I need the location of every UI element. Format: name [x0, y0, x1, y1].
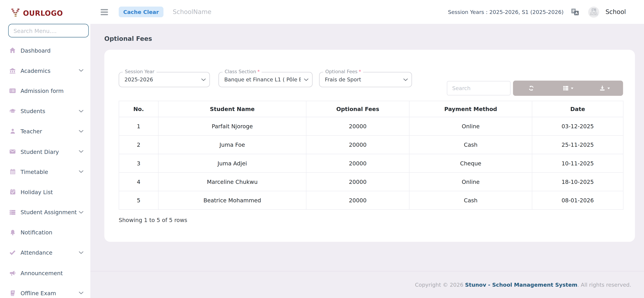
brand-link[interactable]: Stunov - School Management System — [465, 281, 577, 287]
optional-fees-table: No. Student Name Optional Fees Payment M… — [119, 101, 624, 210]
chevron-down-icon — [79, 251, 83, 254]
cell: Juma Adjei — [158, 154, 306, 173]
sidebar-item-academics[interactable]: Academics — [0, 61, 90, 81]
chevron-down-icon — [79, 170, 83, 173]
download-icon — [600, 85, 606, 91]
sidebar-item-attendance[interactable]: Attendance — [0, 243, 90, 263]
col-header-student-name: Student Name — [158, 101, 306, 117]
sidebar-item-student-assignment[interactable]: Student Assignment — [0, 202, 90, 222]
chevron-down-icon — [79, 292, 83, 295]
cell: 20000 — [306, 117, 409, 135]
optional-fees-value: Frais de Sport — [325, 77, 361, 83]
topbar: Cache Clear SchoolName Session Years : 2… — [90, 0, 644, 24]
optional-fees-label: Optional Fees* — [323, 69, 363, 74]
app-window: OURLOGO Dashboard Academics — [0, 0, 644, 298]
sidebar-item-admission-form[interactable]: Admission form — [0, 81, 90, 101]
caret-down-icon — [571, 87, 573, 89]
chevron-down-icon — [79, 150, 83, 153]
cell: Juma Foe — [158, 136, 306, 154]
cell: 20000 — [306, 191, 409, 209]
footer: Copyright © 2026 Stunov - School Managem… — [90, 271, 644, 298]
sidebar-item-students[interactable]: Students — [0, 101, 90, 121]
session-year-label: Session Year — [123, 69, 156, 74]
check-icon — [9, 249, 16, 256]
cell: 18-10-2025 — [532, 173, 623, 191]
col-header-payment-method: Payment Method — [409, 101, 532, 117]
refresh-icon — [528, 85, 534, 91]
cell: 10-11-2025 — [532, 154, 623, 173]
sidebar-item-student-diary[interactable]: Student Diary — [0, 142, 90, 162]
pagination-summary: Showing 1 to 5 of 5 rows — [119, 217, 623, 223]
cell: 20000 — [306, 173, 409, 191]
svg-text:A: A — [575, 11, 578, 15]
session-year-value: 2025-2026 — [124, 77, 153, 83]
cell: 3 — [119, 154, 158, 173]
class-section-label: Class Section* — [222, 69, 262, 74]
cell: Parfait Njoroge — [158, 117, 306, 135]
chevron-down-icon — [201, 78, 206, 81]
sidebar-item-holiday-list[interactable]: Holiday List — [0, 182, 90, 202]
sidebar-item-teacher[interactable]: Teacher — [0, 121, 90, 142]
megaphone-icon — [9, 269, 16, 276]
col-header-optional-fees: Optional Fees — [306, 101, 409, 117]
table-header-row: No. Student Name Optional Fees Payment M… — [119, 101, 623, 117]
class-section-value: Banque et Finance L1 ( Pôle Business ) — [224, 77, 300, 83]
sidebar-item-announcement[interactable]: Announcement — [0, 263, 90, 283]
avatar[interactable]: NO IMAGE AVAILABLE — [588, 7, 600, 18]
refresh-button[interactable] — [513, 81, 550, 96]
cell: Marceline Chukwu — [158, 173, 306, 191]
sidebar-search-input[interactable] — [8, 24, 88, 38]
sidebar-item-notification[interactable]: Notification — [0, 222, 90, 243]
cell: 25-11-2025 — [532, 136, 623, 154]
cell: Online — [409, 117, 532, 135]
export-button[interactable] — [586, 81, 623, 96]
sidebar-item-dashboard[interactable]: Dashboard — [0, 40, 90, 61]
cell: 20000 — [306, 154, 409, 173]
envelope-icon — [9, 148, 16, 155]
columns-button[interactable] — [550, 81, 586, 96]
profile-name[interactable]: School — [606, 8, 626, 16]
cell: Cash — [409, 191, 532, 209]
translate-icon[interactable]: A — [571, 8, 579, 16]
cell: Cash — [409, 136, 532, 154]
required-asterisk: * — [258, 69, 260, 74]
table-search-input[interactable] — [447, 81, 510, 96]
sidebar-item-offline-exam[interactable]: Offline Exam — [0, 283, 90, 298]
table-row: 2 Juma Foe 20000 Cash 25-11-2025 — [119, 136, 623, 154]
col-header-date: Date — [532, 101, 623, 117]
cell: 03-12-2025 — [532, 117, 623, 135]
cache-clear-button[interactable]: Cache Clear — [119, 7, 163, 17]
content-area: Optional Fees Session Year 2025-2026 Cla… — [90, 24, 644, 271]
cell: Online — [409, 173, 532, 191]
sidebar-item-timetable[interactable]: Timetable — [0, 162, 90, 182]
col-header-no: No. — [119, 101, 158, 117]
cell: Beatrice Mohammed — [158, 191, 306, 209]
logo-text: OURLOGO — [23, 9, 63, 17]
table-row: 4 Marceline Chukwu 20000 Online 18-10-20… — [119, 173, 623, 191]
session-year-select[interactable]: Session Year 2025-2026 — [119, 72, 210, 87]
columns-list-icon — [563, 85, 569, 91]
cell: 2 — [119, 136, 158, 154]
logo-y-icon — [11, 8, 20, 18]
caret-down-icon — [608, 87, 610, 89]
form-icon — [9, 87, 16, 94]
avatar-placeholder-text: NO IMAGE AVAILABLE — [588, 12, 600, 16]
chevron-down-icon — [403, 78, 408, 81]
cell: 1 — [119, 117, 158, 135]
cell: 4 — [119, 173, 158, 191]
cell: 20000 — [306, 136, 409, 154]
home-icon — [9, 47, 16, 54]
sidebar-menu: Dashboard Academics Admission form — [0, 40, 90, 298]
required-asterisk: * — [359, 69, 361, 74]
cell: 5 — [119, 191, 158, 209]
calendar-icon — [9, 168, 16, 175]
school-name-label: SchoolName — [173, 8, 212, 16]
calendar-check-icon — [9, 189, 16, 195]
hamburger-menu-icon[interactable] — [100, 9, 108, 15]
photo-icon — [591, 8, 596, 12]
class-section-select[interactable]: Class Section* Banque et Finance L1 ( Pô… — [218, 72, 312, 87]
optional-fees-select[interactable]: Optional Fees* Frais de Sport — [319, 72, 412, 87]
chevron-down-icon — [79, 69, 83, 72]
cell: Cheque — [409, 154, 532, 173]
table-toolbar — [513, 81, 623, 96]
